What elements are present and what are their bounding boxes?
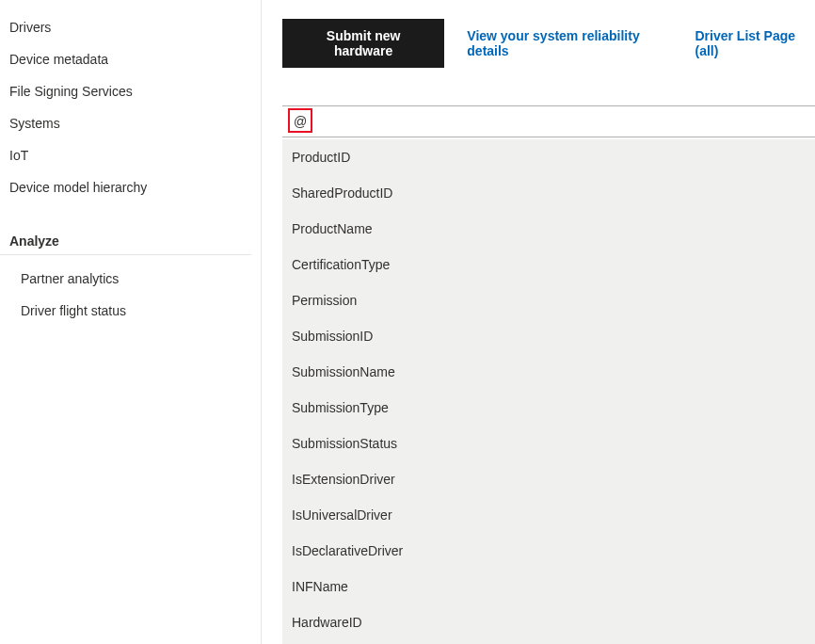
main-content: Submit new hardware View your system rel…: [262, 0, 815, 644]
autocomplete-dropdown: ProductID SharedProductID ProductName Ce…: [282, 139, 815, 644]
dropdown-item-submissionname[interactable]: SubmissionName: [282, 354, 815, 390]
sidebar-item-label: Partner analytics: [21, 271, 119, 286]
dropdown-item-hardwareid[interactable]: HardwareID: [282, 604, 815, 640]
dropdown-item-permission[interactable]: Permission: [282, 282, 815, 318]
dropdown-item-operatingsystemcode[interactable]: OperatingSystemCode: [282, 640, 815, 644]
sidebar-item-device-metadata[interactable]: Device metadata: [0, 43, 261, 75]
sidebar-item-label: Driver flight status: [21, 303, 126, 318]
dropdown-item-submissionstatus[interactable]: SubmissionStatus: [282, 426, 815, 461]
view-reliability-link[interactable]: View your system reliability details: [467, 28, 672, 58]
sidebar-item-iot[interactable]: IoT: [0, 139, 261, 171]
sidebar-section-header: Analyze: [0, 226, 251, 255]
dropdown-item-productname[interactable]: ProductName: [282, 211, 815, 247]
dropdown-item-isdeclarativedriver[interactable]: IsDeclarativeDriver: [282, 533, 815, 569]
dropdown-item-certificationtype[interactable]: CertificationType: [282, 247, 815, 282]
sidebar-item-label: Drivers: [9, 20, 51, 35]
sidebar: Drivers Device metadata File Signing Ser…: [0, 0, 262, 644]
sidebar-item-label: Device model hierarchy: [9, 180, 147, 195]
sidebar-item-label: Systems: [9, 116, 60, 131]
action-bar: Submit new hardware View your system rel…: [282, 19, 815, 68]
dropdown-item-infname[interactable]: INFName: [282, 569, 815, 604]
driver-list-page-link[interactable]: Driver List Page (all): [695, 28, 815, 58]
dropdown-item-productid[interactable]: ProductID: [282, 139, 815, 175]
search-field-wrap: [282, 105, 815, 137]
sidebar-subitem-partner-analytics[interactable]: Partner analytics: [0, 263, 261, 295]
submit-new-hardware-button[interactable]: Submit new hardware: [282, 19, 444, 68]
sidebar-subitem-driver-flight-status[interactable]: Driver flight status: [0, 295, 261, 327]
dropdown-item-sharedproductid[interactable]: SharedProductID: [282, 175, 815, 211]
dropdown-item-isuniversaldriver[interactable]: IsUniversalDriver: [282, 497, 815, 533]
sidebar-item-label: File Signing Services: [9, 84, 133, 99]
search-input[interactable]: [290, 112, 811, 131]
sidebar-item-label: Device metadata: [9, 52, 108, 67]
dropdown-item-submissionid[interactable]: SubmissionID: [282, 318, 815, 354]
sidebar-item-systems[interactable]: Systems: [0, 107, 261, 139]
sidebar-item-device-model-hierarchy[interactable]: Device model hierarchy: [0, 171, 261, 203]
dropdown-item-isextensiondriver[interactable]: IsExtensionDriver: [282, 461, 815, 497]
sidebar-item-drivers[interactable]: Drivers: [0, 11, 261, 43]
dropdown-item-submissiontype[interactable]: SubmissionType: [282, 390, 815, 426]
sidebar-item-label: IoT: [9, 148, 28, 163]
sidebar-item-file-signing-services[interactable]: File Signing Services: [0, 75, 261, 107]
